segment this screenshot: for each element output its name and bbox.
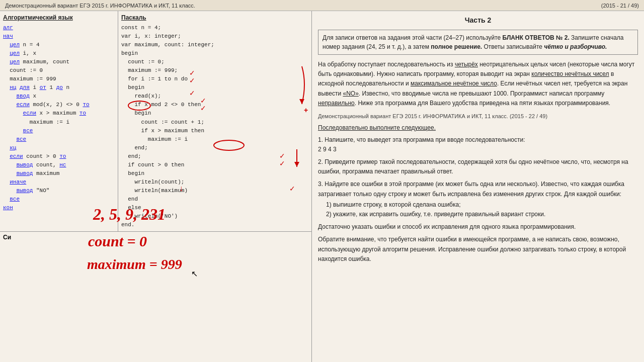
- pascal-max-i: maximum := i: [121, 135, 308, 144]
- pascal-if-mod: if x mod 2 <> 0 then: [121, 101, 308, 109]
- algo-if-count: если count > 0 то: [3, 152, 115, 161]
- pascal-header: Паскаль: [121, 13, 308, 22]
- pascal-count-inc: count := count + 1;: [121, 118, 308, 127]
- algo-count0: count := 0: [3, 66, 115, 75]
- pascal-writeln1: writeln(count);: [121, 178, 308, 187]
- pascal-if-max: if x > maximum then: [121, 127, 308, 135]
- pascal-max999: maximum := 999;: [121, 66, 308, 75]
- algo-kc: кц: [3, 144, 115, 152]
- pascal-begin4: begin: [121, 169, 308, 178]
- pascal-begin3: begin: [121, 109, 308, 118]
- pascal-var2: var maximum, count: integer;: [121, 41, 308, 49]
- algo-nac: нач: [3, 32, 115, 41]
- algo-vyvod-no: вывод "NO": [3, 187, 115, 195]
- task3-note: Достаточно указать ошибки и способ их ис…: [318, 222, 638, 232]
- pascal-for: for i := 1 to n do: [121, 75, 308, 83]
- pascal-col: Паскаль const n = 4; var i, x: integer; …: [118, 11, 311, 231]
- pascal-writeln-no: writeln('NO'): [121, 212, 308, 221]
- intro-box: Для записи ответов на задания этой части…: [318, 30, 638, 55]
- algo-vyvod2: вывод maximum: [3, 169, 115, 178]
- algo-col: Алгоритмический язык алг нач цел n = 4 ц…: [0, 11, 118, 231]
- sequential-label: Последовательно выполните следующее. 1. …: [318, 123, 638, 263]
- pascal-begin: begin: [121, 49, 308, 58]
- algo-link-alg: алг: [3, 24, 115, 32]
- task3-warning: Обратите внимание, что требуется найти о…: [318, 235, 638, 264]
- algo-vse1: все: [3, 127, 115, 135]
- algo-inache: иначе: [3, 178, 115, 187]
- top-bar-right: (2015 - 21 / 49): [601, 3, 639, 9]
- pascal-writeln2: writeln(maximum): [121, 187, 308, 195]
- pascal-var1: var i, x: integer;: [121, 32, 308, 41]
- task3-sub1: 1) выпишите строку, в которой сделана ош…: [326, 200, 638, 210]
- pascal-end3: end: [121, 195, 308, 204]
- algo-esli1: если mod(x, 2) <> 0 то: [3, 101, 115, 109]
- main-area: Алгоритмический язык алг нач цел n = 4 ц…: [0, 11, 644, 362]
- pascal-count0: count := 0;: [121, 58, 308, 66]
- algo-vse3: все: [3, 195, 115, 204]
- top-bar: Демонстрационный вариант ЕГЭ 2015 г. ИНФ…: [0, 0, 644, 11]
- si-section: Си: [0, 232, 311, 362]
- task1-text: 1. Напишите, что выведет эта программа п…: [318, 135, 638, 154]
- left-panel: Алгоритмический язык алг нач цел n = 4 ц…: [0, 11, 312, 362]
- sequential-heading: Последовательно выполните следующее.: [318, 123, 638, 133]
- algo-ix: цел i, x: [3, 49, 115, 58]
- algo-max999: maximum := 999: [3, 75, 115, 83]
- task-main-text: На обработку поступает последовательност…: [318, 60, 638, 108]
- algo-vyvod1: вывод count, нс: [3, 161, 115, 169]
- task3-sub2: 2) укажите, как исправить ошибку, т.е. п…: [326, 210, 638, 219]
- code-table: Алгоритмический язык алг нач цел n = 4 ц…: [0, 11, 311, 232]
- task3-text: 3. Найдите все ошибки в этой программе (…: [318, 179, 638, 199]
- task2-text: 2. Приведите пример такой последовательн…: [318, 157, 638, 176]
- pascal-read: read(x);: [121, 92, 308, 101]
- pascal-begin2: begin: [121, 83, 308, 92]
- algo-kon: кон: [3, 204, 115, 212]
- algo-esli2: если x > maximum то: [3, 109, 115, 118]
- pascal-else: else: [121, 204, 308, 212]
- intro-text: Для записи ответов на задания этой части…: [323, 34, 624, 50]
- pascal-end4: end.: [121, 221, 308, 229]
- algo-nc: нц для i от 1 до n: [3, 83, 115, 92]
- algo-maxcount: цел maximum, count: [3, 58, 115, 66]
- si-header: Си: [3, 234, 308, 241]
- right-panel: Часть 2 Для записи ответов на задания эт…: [312, 11, 644, 362]
- pascal-end2: end;: [121, 152, 308, 161]
- pascal-const: const n = 4;: [121, 24, 308, 32]
- algo-vse2: все: [3, 135, 115, 144]
- algo-maxi: maximum := i: [3, 118, 115, 127]
- page-ref: Демонстрационный вариант ЕГЭ 2015 г. ИНФ…: [318, 112, 638, 121]
- algo-header: Алгоритмический язык: [3, 13, 115, 22]
- top-bar-left: Демонстрационный вариант ЕГЭ 2015 г. ИНФ…: [5, 3, 195, 9]
- pascal-if-count: if count > 0 then: [121, 161, 308, 169]
- part-title: Часть 2: [318, 15, 638, 26]
- algo-vvod: ввод x: [3, 92, 115, 101]
- pascal-end1: end;: [121, 144, 308, 152]
- algo-n: цел n = 4: [3, 41, 115, 49]
